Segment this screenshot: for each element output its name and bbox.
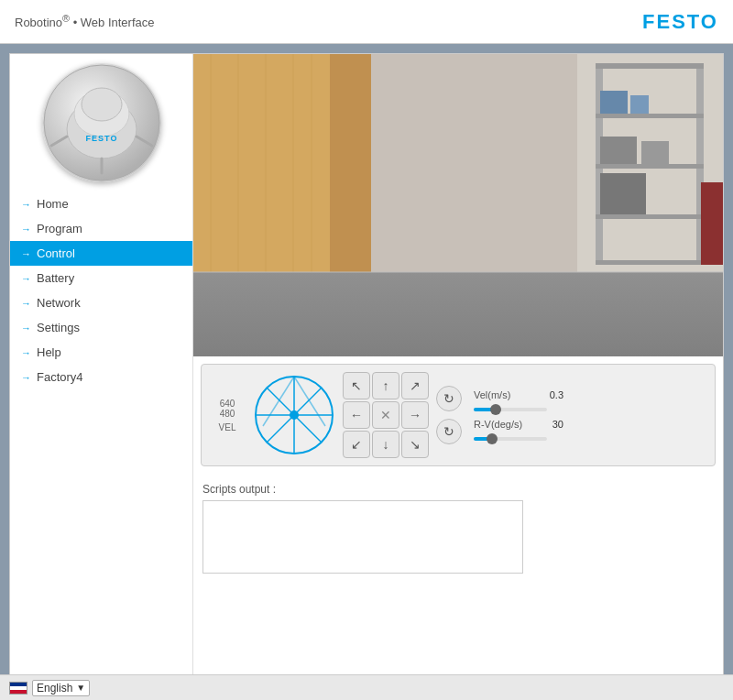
svg-rect-28 [600,173,646,214]
velocity-controls: Vel(m/s) 0.3 R-V(deg/s) 30 [474,389,563,441]
rvel-slider[interactable] [474,437,547,441]
rvel-value: 30 [541,419,563,430]
trademark-sup: ® [62,13,70,24]
rvel-row: R-V(deg/s) 30 [474,419,563,430]
reload2-button[interactable]: ↻ [436,419,462,444]
camera-info: 640 480 VEL [209,399,246,432]
vel-slider[interactable] [474,408,547,411]
sidebar-item-home-label: Home [37,197,69,211]
sidebar-item-settings-label: Settings [37,321,80,334]
rvel-slider-row [474,437,563,441]
robot-svg: FESTO [42,63,161,182]
rvel-label: R-V(deg/s) [474,419,533,430]
sidebar-item-help[interactable]: → Help [10,340,192,365]
vel-slider-row [474,408,563,411]
dir-downleft-button[interactable]: ↙ [343,431,370,458]
svg-point-3 [82,88,122,121]
vel-label: Vel(m/s) [474,389,533,400]
sidebar-item-control[interactable]: → Control [10,241,192,266]
arrow-icon: → [21,347,31,358]
sidebar-item-network-label: Network [37,296,81,310]
resolution2-label: 480 [220,409,235,419]
arrow-icon: → [21,273,31,284]
svg-rect-10 [193,54,330,272]
app-name: Robotino [15,16,62,30]
arrow-icon: → [21,323,31,334]
sidebar-item-control-label: Control [37,246,75,260]
sidebar-item-program[interactable]: → Program [10,216,192,241]
direction-buttons: ↖ ↑ ↗ ← ✕ → ↙ ↓ ↘ [343,372,429,458]
svg-rect-26 [600,137,637,164]
language-label: English [37,682,72,695]
dir-upright-button[interactable]: ↗ [401,372,429,399]
svg-text:FESTO: FESTO [85,134,117,143]
resolution-label: 640 [220,399,235,409]
sidebar-item-battery[interactable]: → Battery [10,266,192,290]
svg-rect-22 [596,214,704,219]
sidebar-item-factory4[interactable]: → Factory4 [10,365,192,389]
wheel-svg [254,375,334,455]
svg-rect-19 [596,63,704,69]
dir-downright-button[interactable]: ↘ [401,431,429,458]
svg-rect-25 [630,95,649,114]
svg-rect-27 [641,141,669,164]
svg-rect-21 [596,164,704,169]
vel-value: 0.3 [541,389,563,400]
arrow-icon: → [21,224,31,235]
vel-mode-label: VEL [219,422,236,432]
app-subtitle: • Web Interface [70,16,154,30]
wheel-container [253,374,335,456]
content-area: 640 480 VEL [193,54,723,694]
footer: English ▼ [0,674,733,700]
header: Robotino® • Web Interface FESTO [0,0,733,44]
room-svg [193,54,723,356]
dir-upleft-button[interactable]: ↖ [343,372,370,399]
dir-up-button[interactable]: ↑ [372,372,399,399]
arrow-icon: → [21,298,31,309]
sidebar: FESTO → Home → Program → Control [10,54,193,694]
camera-view [193,54,723,356]
sidebar-item-settings[interactable]: → Settings [10,315,192,340]
sidebar-item-network[interactable]: → Network [10,290,192,315]
svg-rect-31 [193,272,723,356]
main-container: FESTO → Home → Program → Control [9,53,724,695]
dir-left-button[interactable]: ← [343,401,370,429]
dir-down-button[interactable]: ↓ [372,431,399,458]
language-selector[interactable]: English ▼ [32,680,90,696]
sidebar-item-program-label: Program [37,222,82,235]
sidebar-item-help-label: Help [37,345,61,359]
svg-line-39 [294,377,325,426]
room-scene [193,54,723,356]
scripts-output-label: Scripts output : [202,483,714,496]
arrow-icon: → [21,199,31,210]
arrow-icon: → [21,372,31,383]
festo-logo: FESTO [642,10,718,34]
control-panel: 640 480 VEL [201,364,716,466]
svg-rect-24 [600,91,628,114]
dir-stop-button[interactable]: ✕ [372,401,399,429]
sidebar-item-battery-label: Battery [37,271,74,285]
sidebar-item-home[interactable]: → Home [10,191,192,216]
svg-rect-23 [596,260,704,265]
scripts-output-textarea[interactable] [202,500,523,574]
scripts-section: Scripts output : [193,474,723,694]
sidebar-item-factory4-label: Factory4 [37,370,83,384]
robot-logo-circle: FESTO [42,63,161,182]
robot-logo: FESTO [38,63,166,182]
dir-right-button[interactable]: → [401,401,429,429]
arrow-icon: → [21,248,31,259]
language-flag [9,682,27,695]
vel-row: Vel(m/s) 0.3 [474,389,563,400]
svg-point-40 [290,410,299,420]
dropdown-arrow-icon: ▼ [76,683,85,693]
svg-rect-20 [596,114,704,118]
svg-rect-29 [701,182,723,265]
header-title: Robotino® • Web Interface [15,13,155,29]
nav-menu: → Home → Program → Control → Battery → N… [10,191,192,399]
svg-line-38 [263,377,294,426]
reload-button[interactable]: ↻ [436,386,462,411]
